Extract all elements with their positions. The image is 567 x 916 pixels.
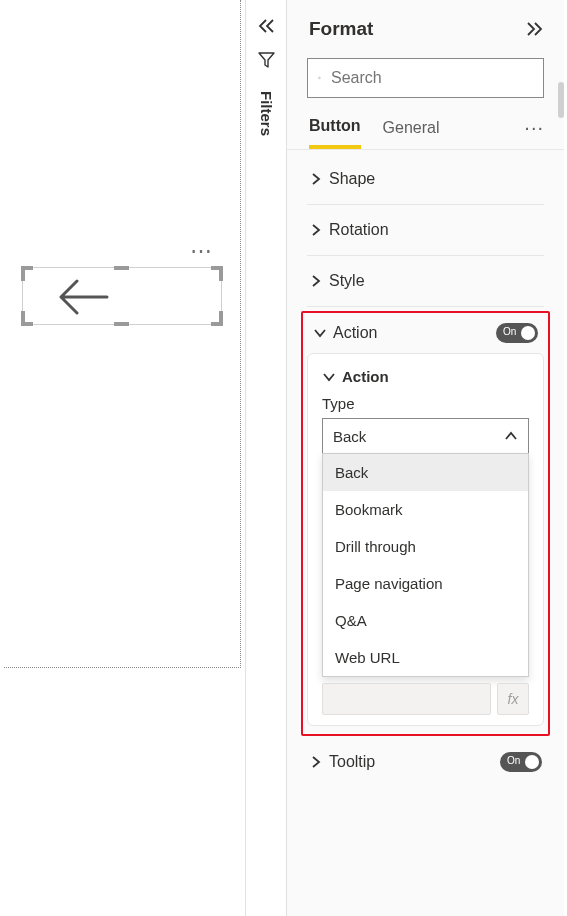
action-card: Action Type Back Back Bookmark Drill thr… — [307, 353, 544, 726]
dropdown-option[interactable]: Back — [323, 454, 528, 491]
chevron-down-icon — [313, 328, 327, 338]
resize-handle[interactable] — [21, 311, 25, 326]
resize-handle[interactable] — [114, 266, 129, 270]
chevron-right-icon — [309, 173, 323, 185]
tooltip-toggle[interactable]: On — [500, 752, 542, 772]
dropdown-option[interactable]: Web URL — [323, 639, 528, 676]
filters-pane-collapsed[interactable]: Filters — [245, 0, 287, 916]
format-pane: Format Button General ··· — [287, 0, 567, 916]
toggle-on-label: On — [507, 755, 520, 766]
dropdown-option[interactable]: Bookmark — [323, 491, 528, 528]
canvas-page-boundary — [4, 0, 241, 668]
search-input[interactable] — [307, 58, 544, 98]
section-rotation[interactable]: Rotation — [301, 207, 550, 253]
action-toggle[interactable]: On — [496, 323, 538, 343]
section-label: Tooltip — [329, 753, 375, 771]
svg-line-1 — [320, 79, 321, 80]
search-icon — [318, 69, 321, 87]
resize-handle[interactable] — [219, 266, 223, 281]
tabs-overflow[interactable]: ··· — [524, 116, 544, 149]
section-label: Style — [329, 272, 365, 290]
section-label: Shape — [329, 170, 375, 188]
section-tooltip[interactable]: Tooltip On — [301, 738, 550, 782]
back-button-visual[interactable] — [22, 267, 222, 325]
scrollbar[interactable] — [558, 82, 564, 118]
toggle-knob — [525, 755, 539, 769]
tab-general[interactable]: General — [383, 119, 440, 147]
visual-more-menu[interactable]: ⋯ — [190, 246, 213, 256]
expand-right-icon[interactable] — [526, 21, 544, 37]
type-selected-value: Back — [333, 428, 366, 445]
expand-left-icon[interactable] — [257, 18, 275, 34]
type-label: Type — [322, 395, 529, 412]
chevron-down-icon — [322, 372, 336, 382]
resize-handle[interactable] — [219, 311, 223, 326]
conditional-input-disabled — [322, 683, 491, 715]
action-subheader-label: Action — [342, 368, 389, 385]
chevron-right-icon — [309, 275, 323, 287]
divider — [307, 255, 544, 256]
filters-label: Filters — [258, 91, 275, 136]
dropdown-option[interactable]: Drill through — [323, 528, 528, 565]
section-shape[interactable]: Shape — [301, 156, 550, 202]
report-canvas[interactable]: ⋯ — [0, 0, 245, 916]
type-dropdown[interactable]: Back — [322, 418, 529, 454]
pane-title: Format — [309, 18, 373, 40]
chevron-right-icon — [309, 224, 323, 236]
action-section-highlight: Action On Action Type Back — [301, 311, 550, 736]
fx-button[interactable]: fx — [497, 683, 529, 715]
tab-button[interactable]: Button — [309, 117, 361, 149]
section-label: Rotation — [329, 221, 389, 239]
type-dropdown-list: Back Bookmark Drill through Page navigat… — [322, 453, 529, 677]
svg-point-0 — [318, 77, 320, 79]
divider — [307, 204, 544, 205]
chevron-right-icon — [309, 756, 323, 768]
arrow-left-icon — [57, 279, 109, 315]
resize-handle[interactable] — [21, 266, 25, 281]
resize-handle[interactable] — [114, 322, 129, 326]
toggle-knob — [521, 326, 535, 340]
section-style[interactable]: Style — [301, 258, 550, 304]
filter-icon — [258, 52, 275, 69]
section-label: Action — [333, 324, 377, 342]
action-subheader[interactable]: Action — [322, 368, 529, 385]
section-action[interactable]: Action On — [307, 313, 544, 349]
chevron-up-icon — [504, 431, 518, 441]
search-field[interactable] — [329, 68, 533, 88]
dropdown-option[interactable]: Page navigation — [323, 565, 528, 602]
toggle-on-label: On — [503, 326, 516, 337]
divider — [307, 306, 544, 307]
dropdown-option[interactable]: Q&A — [323, 602, 528, 639]
